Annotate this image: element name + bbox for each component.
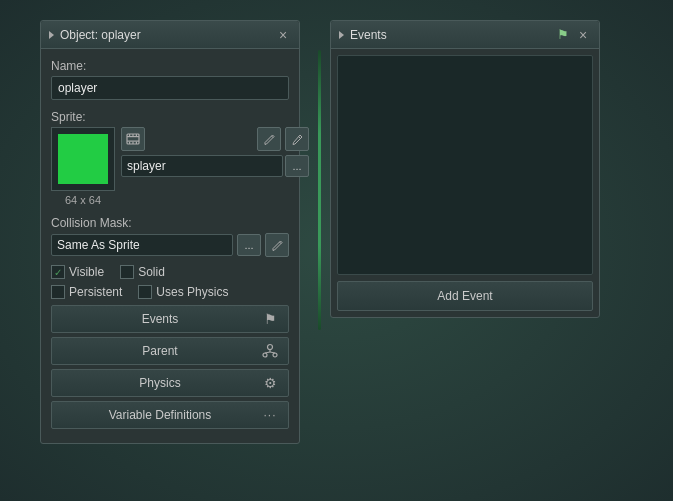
sprite-label: Sprite: [51,110,289,124]
events-titlebar-right: ⚑ × [557,27,591,43]
persistent-label: Persistent [69,285,122,299]
add-event-label: Add Event [437,289,492,303]
checkbox-row-1: Visible Solid [51,265,289,279]
events-flag-icon: ⚑ [260,309,280,329]
sprite-pencil-btn[interactable] [285,127,309,151]
events-collapse-triangle [339,31,344,39]
svg-line-13 [265,352,270,353]
name-input[interactable] [51,76,289,100]
events-panel-titlebar: Events ⚑ × [331,21,599,49]
events-panel-close[interactable]: × [575,27,591,43]
checkbox-row-2: Persistent Uses Physics [51,285,289,299]
parent-icon [260,341,280,361]
sprite-preview: 64 x 64 [51,127,115,206]
events-button-label: Events [60,312,260,326]
events-panel: Events ⚑ × Add Event [330,20,600,318]
collapse-triangle [49,31,54,39]
svg-rect-2 [127,141,139,142]
variable-definitions-label: Variable Definitions [60,408,260,422]
physics-gear-icon: ⚙ [260,373,280,393]
collision-dots-btn[interactable]: ... [237,234,261,256]
physics-button[interactable]: Physics ⚙ [51,369,289,397]
visible-checkbox[interactable] [51,265,65,279]
sprite-name-row: ... [121,155,309,177]
side-decorative-line [318,50,321,330]
svg-rect-7 [132,142,133,144]
sprite-name-input[interactable] [121,155,283,177]
svg-point-9 [268,345,273,350]
solid-checkbox-item: Solid [120,265,165,279]
variable-definitions-dots-icon: ··· [260,405,280,425]
object-panel-close[interactable]: × [275,27,291,43]
solid-checkbox[interactable] [120,265,134,279]
persistent-checkbox[interactable] [51,285,65,299]
sprite-size: 64 x 64 [51,194,115,206]
events-button[interactable]: Events ⚑ [51,305,289,333]
svg-rect-3 [129,134,130,136]
sprite-thumbnail [58,134,108,184]
collision-edit-btn[interactable] [265,233,289,257]
variable-definitions-button[interactable]: Variable Definitions ··· [51,401,289,429]
physics-button-label: Physics [60,376,260,390]
object-panel: Object: oplayer × Name: Sprite: 64 x 64 [40,20,300,444]
visible-checkbox-item: Visible [51,265,104,279]
sprite-edit-btn[interactable] [257,127,281,151]
uses-physics-checkbox-item: Uses Physics [138,285,228,299]
name-label: Name: [51,59,289,73]
events-panel-title: Events [350,28,557,42]
sprite-controls: ... [121,127,309,177]
sprite-load-btn[interactable] [121,127,145,151]
sprite-btn-row [121,127,309,151]
add-event-button[interactable]: Add Event [337,281,593,311]
persistent-checkbox-item: Persistent [51,285,122,299]
object-panel-title: Object: oplayer [60,28,275,42]
collision-input[interactable] [51,234,233,256]
svg-rect-8 [136,142,137,144]
solid-label: Solid [138,265,165,279]
sprite-section: 64 x 64 [51,127,289,206]
uses-physics-label: Uses Physics [156,285,228,299]
events-flag-title-icon: ⚑ [557,27,569,42]
collision-section: Collision Mask: ... [51,216,289,257]
svg-point-11 [273,353,277,357]
collision-label: Collision Mask: [51,216,289,230]
collision-row: ... [51,233,289,257]
parent-button[interactable]: Parent [51,337,289,365]
svg-rect-5 [136,134,137,136]
svg-line-14 [270,352,275,353]
object-panel-body: Name: Sprite: 64 x 64 [41,49,299,443]
svg-rect-6 [129,142,130,144]
object-panel-titlebar: Object: oplayer × [41,21,299,49]
svg-point-10 [263,353,267,357]
parent-button-label: Parent [60,344,260,358]
sprite-dots-btn[interactable]: ... [285,155,309,177]
svg-rect-1 [127,136,139,137]
sprite-row: 64 x 64 [51,127,289,206]
svg-rect-4 [132,134,133,136]
uses-physics-checkbox[interactable] [138,285,152,299]
events-list-area [337,55,593,275]
visible-label: Visible [69,265,104,279]
events-body: Add Event [331,49,599,317]
